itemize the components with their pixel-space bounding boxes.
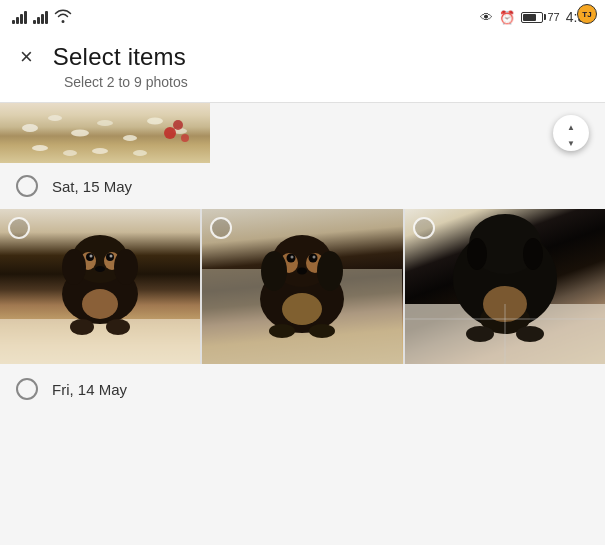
rice-texture: [0, 103, 210, 163]
scroll-button[interactable]: [553, 115, 589, 151]
status-bar: 👁 ⏰ 77 4:35: [0, 0, 605, 32]
svg-point-4: [123, 135, 137, 141]
svg-point-25: [114, 249, 138, 285]
svg-point-43: [309, 324, 335, 338]
partial-image: [0, 103, 210, 163]
svg-point-7: [32, 145, 48, 151]
svg-point-51: [516, 326, 544, 342]
eye-icon: 👁: [480, 10, 493, 25]
app-container: 👁 ⏰ 77 4:35 TJ × Select items Select 2 t…: [0, 0, 605, 545]
svg-point-3: [97, 120, 113, 126]
date-label-fri: Fri, 14 May: [52, 381, 127, 398]
close-button[interactable]: ×: [16, 42, 37, 72]
dog-photo-3: [405, 209, 605, 364]
svg-point-5: [147, 118, 163, 125]
page-title: Select items: [53, 43, 186, 71]
svg-point-41: [282, 293, 322, 325]
chevron-down-icon: [567, 134, 575, 149]
photo-checkbox-3[interactable]: [413, 217, 435, 239]
chevron-up-icon: [567, 118, 575, 133]
signal-strength-2-icon: [33, 10, 48, 24]
svg-point-36: [291, 256, 294, 259]
alarm-icon: ⏰: [499, 10, 515, 25]
techjunkie-logo: TJ: [577, 4, 597, 24]
svg-point-38: [297, 268, 307, 275]
svg-point-11: [164, 127, 176, 139]
photo-checkbox-1[interactable]: [8, 217, 30, 239]
svg-point-9: [92, 148, 108, 154]
svg-point-2: [71, 130, 89, 137]
svg-rect-14: [0, 319, 200, 364]
dog-1-svg: [0, 209, 200, 364]
svg-point-40: [317, 251, 343, 291]
dog-photo-1: [0, 209, 200, 364]
photo-cell-2[interactable]: [202, 209, 402, 364]
svg-point-24: [62, 249, 86, 285]
svg-point-50: [466, 326, 494, 342]
radio-sat[interactable]: [16, 175, 38, 197]
svg-point-12: [173, 120, 183, 130]
status-left: [12, 9, 72, 26]
wifi-icon: [54, 9, 72, 26]
status-right: 👁 ⏰ 77 4:35: [480, 9, 594, 25]
photo-grid: [0, 209, 605, 364]
battery-percent: 77: [548, 11, 560, 23]
svg-point-47: [467, 238, 487, 270]
header: × Select items Select 2 to 9 photos: [0, 32, 605, 103]
svg-point-1: [48, 115, 62, 121]
date-row-sat: Sat, 15 May: [0, 163, 605, 209]
svg-point-37: [313, 256, 316, 259]
svg-point-10: [133, 150, 147, 156]
svg-point-22: [110, 255, 113, 258]
battery-icon: 77: [521, 11, 560, 23]
svg-point-48: [523, 238, 543, 270]
dog-2-svg: [202, 209, 402, 364]
svg-point-13: [181, 134, 189, 142]
signal-strength-1-icon: [12, 10, 27, 24]
dog-photo-2: [202, 209, 402, 364]
svg-point-27: [106, 319, 130, 335]
svg-point-28: [82, 289, 118, 319]
svg-point-39: [261, 251, 287, 291]
date-label-sat: Sat, 15 May: [52, 178, 132, 195]
photo-cell-1[interactable]: [0, 209, 200, 364]
header-title-row: × Select items: [16, 42, 589, 72]
svg-point-8: [63, 150, 77, 156]
svg-point-0: [22, 124, 38, 132]
svg-point-26: [70, 319, 94, 335]
dog-3-svg: [405, 209, 605, 364]
svg-point-23: [95, 266, 105, 272]
date-row-fri: Fri, 14 May: [0, 366, 605, 412]
header-subtitle: Select 2 to 9 photos: [16, 74, 589, 90]
content-area: Sat, 15 May: [0, 103, 605, 545]
svg-point-21: [90, 255, 93, 258]
svg-point-42: [269, 324, 295, 338]
photo-cell-3[interactable]: [405, 209, 605, 364]
rice-photo: [0, 103, 210, 163]
radio-fri[interactable]: [16, 378, 38, 400]
